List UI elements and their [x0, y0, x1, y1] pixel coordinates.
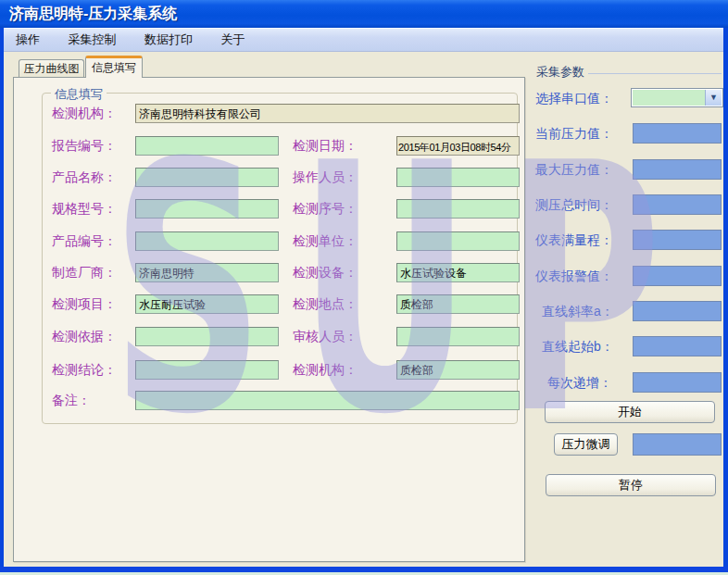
operator-label: 操作人员：	[293, 168, 358, 187]
serial-port-value	[633, 90, 706, 106]
test-unit-label: 检测单位：	[293, 231, 358, 251]
report-number-input[interactable]	[135, 136, 279, 156]
gauge-range-display	[633, 230, 722, 250]
test-unit-input[interactable]	[396, 231, 520, 251]
current-pressure-display	[633, 123, 722, 144]
report-number-label: 报告编号：	[52, 136, 117, 156]
form-row: 产品编号： 检测单位：	[14, 231, 524, 251]
fine-tune-value-field[interactable]	[633, 433, 722, 456]
menu-item-operation[interactable]: 操作	[4, 29, 52, 51]
product-name-input[interactable]	[135, 168, 279, 187]
pressure-fine-tune-button[interactable]: 压力微调	[554, 433, 618, 456]
test-device-input[interactable]: 水压试验设备	[396, 263, 520, 282]
form-row: 产品名称： 操作人员：	[14, 168, 524, 187]
info-groupbox-title: 信息填写	[51, 86, 107, 103]
increment-label: 每次递增：	[547, 374, 612, 392]
form-row: 规格型号： 检测序号：	[14, 199, 524, 219]
product-number-input[interactable]	[135, 231, 279, 251]
test-device-label: 检测设备：	[293, 263, 358, 282]
acq-params-divider	[588, 73, 722, 74]
product-number-label: 产品编号：	[52, 231, 117, 251]
spec-model-input[interactable]	[135, 199, 279, 219]
current-pressure-label: 当前压力值：	[535, 125, 613, 143]
gauge-range-label: 仪表满量程：	[535, 231, 613, 249]
reviewer-label: 审核人员：	[293, 327, 358, 346]
window-title: 济南思明特-压力采集系统	[9, 6, 177, 21]
test-location-label: 检测地点：	[293, 294, 358, 314]
window-border-right	[723, 28, 728, 572]
max-pressure-display	[633, 159, 722, 180]
test-serial-input[interactable]	[396, 199, 520, 219]
form-row: 制造厂商： 济南思明特 检测设备： 水压试验设备	[14, 263, 524, 282]
menu-bar: 操作 采集控制 数据打印 关于	[4, 28, 723, 52]
operator-input[interactable]	[396, 168, 520, 187]
form-row: 检测机构： 济南思明特科技有限公司	[14, 104, 524, 123]
test-item-input[interactable]: 水压耐压试验	[135, 294, 279, 314]
form-row: 检测项目： 水压耐压试验 检测地点： 质检部	[14, 294, 524, 314]
test-org-input[interactable]: 质检部	[396, 360, 520, 380]
acq-params-title: 采集参数	[536, 64, 584, 81]
intercept-b-display	[633, 336, 722, 356]
test-item-label: 检测项目：	[52, 294, 117, 314]
org-name-input[interactable]: 济南思明特科技有限公司	[135, 104, 520, 123]
gauge-alarm-display	[633, 266, 722, 286]
product-name-label: 产品名称：	[52, 168, 117, 187]
test-basis-label: 检测依据：	[52, 327, 117, 346]
form-row: 备注：	[14, 391, 524, 410]
increment-display	[633, 372, 722, 393]
total-time-display	[633, 194, 722, 215]
app-window: 济南思明特-压力采集系统 操作 采集控制 数据打印 关于 压力曲线图 信息填写 …	[0, 0, 728, 575]
remark-label: 备注：	[52, 391, 91, 410]
total-time-label: 测压总时间：	[535, 196, 613, 214]
org-name-label: 检测机构：	[52, 104, 117, 123]
menu-item-about[interactable]: 关于	[208, 29, 257, 51]
gauge-alarm-label: 仪表报警值：	[535, 268, 613, 285]
form-row: 检测结论： 检测机构： 质检部	[14, 360, 524, 380]
max-pressure-label: 最大压力值：	[535, 161, 613, 179]
pause-button[interactable]: 暂停	[546, 474, 716, 496]
test-serial-label: 检测序号：	[293, 199, 358, 219]
serial-port-label: 选择串口值：	[535, 90, 613, 107]
test-date-field[interactable]: 2015年01月03日08时54分	[396, 136, 520, 156]
test-date-label: 检测日期：	[293, 136, 358, 156]
reviewer-input[interactable]	[396, 327, 520, 346]
remark-input[interactable]	[135, 391, 520, 410]
spec-model-label: 规格型号：	[52, 199, 117, 219]
test-conclusion-label: 检测结论：	[52, 360, 117, 380]
menu-item-data-print[interactable]: 数据打印	[132, 29, 205, 51]
test-conclusion-input[interactable]	[135, 360, 279, 380]
test-location-input[interactable]: 质检部	[396, 294, 520, 314]
chevron-down-icon[interactable]: ▼	[705, 90, 722, 106]
slope-a-display	[633, 301, 722, 321]
test-basis-input[interactable]	[135, 327, 279, 346]
start-button[interactable]: 开始	[545, 401, 715, 423]
form-row: 报告编号： 检测日期： 2015年01月03日08时54分	[14, 136, 524, 156]
client-area: 压力曲线图 信息填写 信息填写 检测机构： 济南思明特科技有限公司 报告编号： …	[4, 52, 723, 567]
serial-port-select[interactable]: ▼	[631, 88, 723, 107]
manufacturer-label: 制造厂商：	[52, 263, 117, 282]
form-row: 检测依据： 审核人员：	[14, 327, 524, 346]
tab-pressure-curve[interactable]: 压力曲线图	[19, 59, 84, 78]
test-org-label: 检测机构：	[293, 360, 358, 380]
manufacturer-input[interactable]: 济南思明特	[135, 263, 279, 282]
intercept-b-label: 直线起始b：	[542, 338, 614, 356]
tab-page-info-fill: 信息填写 检测机构： 济南思明特科技有限公司 报告编号： 检测日期： 2015年…	[13, 77, 525, 562]
menu-item-acq-control[interactable]: 采集控制	[56, 29, 128, 51]
slope-a-label: 直线斜率a：	[542, 303, 614, 320]
title-bar[interactable]: 济南思明特-压力采集系统	[0, 0, 728, 28]
tab-info-fill[interactable]: 信息填写	[85, 56, 143, 78]
